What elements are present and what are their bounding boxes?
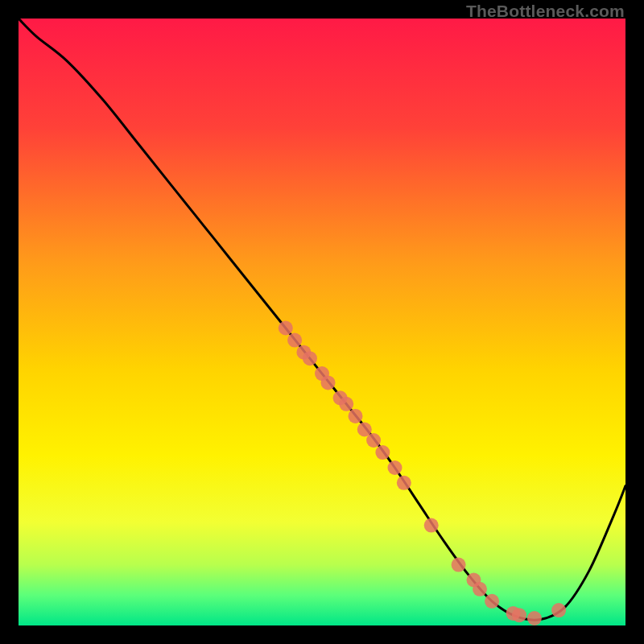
scatter-point — [375, 445, 390, 460]
chart-svg — [19, 19, 625, 625]
scatter-point — [349, 409, 363, 423]
scatter-point — [551, 603, 566, 617]
scatter-point — [388, 460, 402, 475]
scatter-point — [287, 333, 302, 348]
scatter-point — [424, 518, 439, 533]
scatter-point — [473, 582, 487, 597]
scatter-point — [321, 375, 336, 390]
scatter-point — [527, 611, 542, 625]
scatter-point — [485, 594, 499, 609]
scatter-point — [279, 321, 293, 336]
chart-frame: TheBottleneck.com — [0, 0, 644, 644]
scatter-point — [512, 608, 526, 622]
plot-area — [19, 19, 625, 625]
scatter-point — [339, 397, 353, 411]
scatter-point — [452, 558, 466, 572]
scatter-point — [303, 351, 317, 365]
scatter-point — [366, 433, 381, 448]
scatter-point — [397, 476, 411, 490]
